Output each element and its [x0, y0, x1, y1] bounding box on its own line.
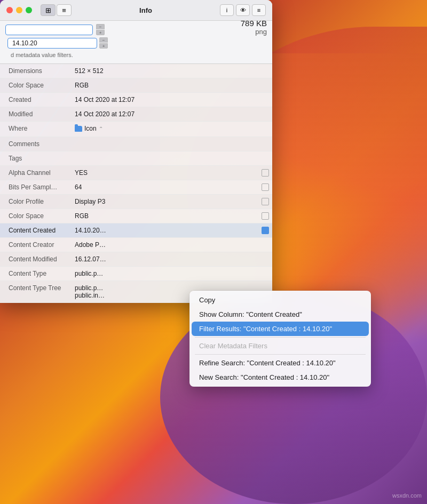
- context-menu-separator: [195, 337, 366, 338]
- row-value-tags: [75, 151, 272, 165]
- row-label-colorprofile: Color Profile: [0, 194, 75, 209]
- metadata-table: Dimensions 512 × 512 Color Space RGB Cre…: [0, 64, 272, 303]
- context-menu-refine-search[interactable]: Refine Search: "Content Created : 14.10.…: [192, 356, 369, 370]
- context-menu-copy[interactable]: Copy: [192, 293, 369, 307]
- view-toggle-group: ⊞ ≡: [41, 4, 72, 16]
- menu-icon: ≡: [257, 7, 260, 13]
- options-button[interactable]: ≡: [252, 4, 266, 16]
- table-row: Created 14 Oct 2020 at 12:07: [0, 93, 272, 107]
- row-value-bits: 64: [75, 180, 272, 194]
- row-value-colorspace1: RGB: [75, 78, 272, 93]
- row-label-tags: Tags: [0, 151, 75, 165]
- table-row: Content Type public.p…: [0, 266, 272, 281]
- grid-view-button[interactable]: ⊞: [41, 4, 56, 16]
- row-label-colorspace1: Color Space: [0, 78, 75, 93]
- table-row: Tags: [0, 151, 272, 165]
- watermark: wsxdn.com: [392, 492, 422, 499]
- row-value-created: 14 Oct 2020 at 12:07: [75, 93, 272, 107]
- eye-icon: 👁: [240, 7, 246, 13]
- filter2-decrement[interactable]: −: [99, 37, 108, 43]
- row-label-created: Created: [0, 93, 75, 107]
- row-label-content-type-tree: Content Type Tree: [0, 281, 75, 302]
- row-value-where[interactable]: Icon ⌃: [75, 122, 272, 137]
- list-view-button[interactable]: ≡: [57, 4, 72, 16]
- filter-input-1[interactable]: [5, 25, 93, 35]
- filter-hint: d metadata value filters.: [5, 51, 267, 60]
- metadata-scroll-area: Dimensions 512 × 512 Color Space RGB Cre…: [0, 64, 272, 303]
- context-menu: Copy Show Column: "Content Created" Filt…: [189, 291, 371, 387]
- row-value-content-created: 14.10.20…: [75, 223, 272, 237]
- row-label-content-created: Content Created: [0, 223, 75, 237]
- window-title: Info: [76, 6, 216, 14]
- table-row: Color Profile Display P3: [0, 194, 272, 209]
- table-row: Content Creator Adobe P…: [0, 237, 272, 252]
- info-icon: i: [226, 7, 227, 13]
- row-value-colorprofile: Display P3: [75, 195, 272, 209]
- bits-checkbox[interactable]: [262, 183, 269, 191]
- finder-toolbar: ⊞ ≡ Info i 👁 ≡: [0, 0, 272, 21]
- folder-icon: [75, 126, 82, 132]
- grid-icon: ⊞: [45, 6, 51, 14]
- maximize-button[interactable]: [26, 7, 32, 13]
- filter-row-1: − +: [5, 24, 267, 35]
- close-button[interactable]: [6, 7, 13, 13]
- row-value-content-modified: 16.12.07…: [75, 252, 272, 266]
- row-label-content-creator: Content Creator: [0, 237, 75, 252]
- row-label-content-type: Content Type: [0, 266, 75, 281]
- traffic-lights: [6, 7, 32, 13]
- row-label-where: Where: [0, 122, 75, 137]
- filter-bar: − + − + d metadata value filters.: [0, 21, 272, 64]
- context-menu-show-column[interactable]: Show Column: "Content Created": [192, 307, 369, 322]
- table-row: Color Space RGB: [0, 209, 272, 223]
- where-value: Icon: [84, 125, 97, 132]
- toolbar-actions: i 👁 ≡: [220, 4, 266, 16]
- filter2-increment[interactable]: +: [99, 43, 108, 49]
- row-value-modified: 14 Oct 2020 at 12:07: [75, 107, 272, 122]
- row-value-colorspace2: RGB: [75, 209, 272, 223]
- table-row: Alpha Channel YES: [0, 165, 272, 180]
- file-size: 789 KB: [241, 19, 267, 28]
- filter1-decrement[interactable]: −: [96, 24, 105, 29]
- table-row: Comments: [0, 137, 272, 151]
- row-value-alpha: YES: [75, 166, 272, 180]
- content-created-checkbox[interactable]: [262, 227, 269, 234]
- filter1-increment[interactable]: +: [96, 30, 105, 35]
- table-row: Content Modified 16.12.07…: [0, 252, 272, 266]
- colorspace2-checkbox[interactable]: [262, 212, 269, 220]
- row-value-dimensions: 512 × 512: [75, 64, 272, 78]
- row-label-bits: Bits Per Sampl…: [0, 180, 75, 194]
- table-row-highlighted: Content Created 14.10.20…: [0, 223, 272, 237]
- table-row: Dimensions 512 × 512: [0, 64, 272, 78]
- minimize-button[interactable]: [16, 7, 22, 13]
- table-row: Bits Per Sampl… 64: [0, 180, 272, 194]
- file-info-panel: 789 KB png: [241, 19, 267, 36]
- row-label-alpha: Alpha Channel: [0, 165, 75, 180]
- preview-button[interactable]: 👁: [236, 4, 250, 16]
- row-label-dimensions: Dimensions: [0, 64, 75, 78]
- row-label-colorspace2: Color Space: [0, 209, 75, 223]
- colorprofile-checkbox[interactable]: [262, 198, 269, 205]
- row-label-comments: Comments: [0, 137, 75, 151]
- filter-input-2[interactable]: [7, 38, 97, 49]
- row-value-content-creator: Adobe P…: [75, 237, 272, 252]
- filter-row-2: − +: [5, 37, 267, 49]
- table-row: Color Space RGB: [0, 78, 272, 93]
- table-row: Modified 14 Oct 2020 at 12:07: [0, 107, 272, 122]
- row-value-content-type: public.p…: [75, 266, 272, 281]
- info-button[interactable]: i: [220, 4, 234, 16]
- row-label-modified: Modified: [0, 107, 75, 122]
- table-row: Where Icon ⌃: [0, 122, 272, 137]
- dropdown-arrow-icon: ⌃: [99, 126, 103, 132]
- alpha-checkbox[interactable]: [262, 169, 269, 177]
- context-menu-filter-results[interactable]: Filter Results: "Content Created : 14.10…: [192, 322, 369, 336]
- context-menu-separator-2: [195, 354, 366, 355]
- file-type: png: [241, 28, 267, 36]
- finder-window: ⊞ ≡ Info i 👁 ≡ − +: [0, 0, 272, 303]
- list-icon: ≡: [62, 6, 66, 14]
- context-menu-new-search[interactable]: New Search: "Content Created : 14.10.20": [192, 370, 369, 385]
- row-label-content-modified: Content Modified: [0, 252, 75, 266]
- context-menu-clear-filters: Clear Metadata Filters: [192, 339, 369, 353]
- row-value-comments: [75, 137, 272, 151]
